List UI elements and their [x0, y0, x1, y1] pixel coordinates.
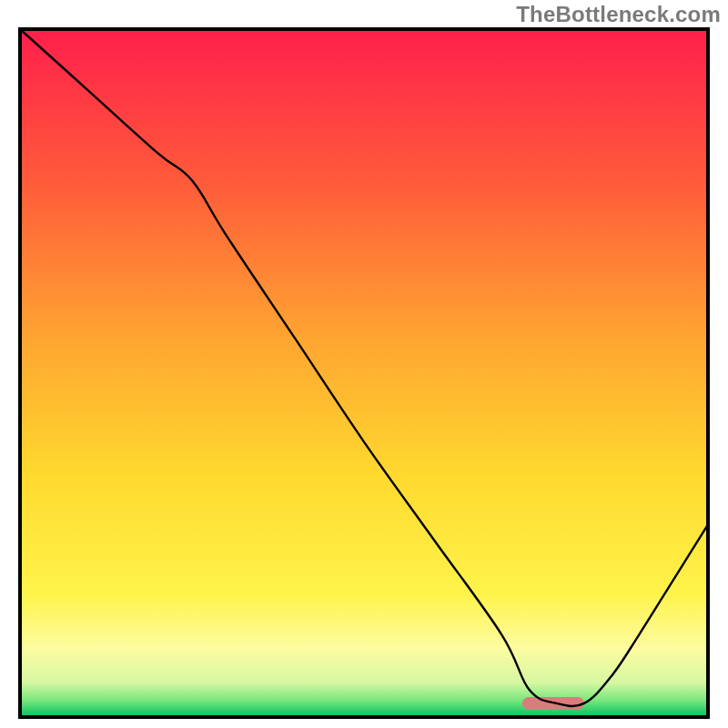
svg-rect-0 [20, 29, 708, 717]
plot-area [18, 27, 710, 719]
chart-svg [18, 27, 710, 719]
chart-container: TheBottleneck.com [0, 0, 728, 728]
watermark-text: TheBottleneck.com [516, 2, 721, 27]
